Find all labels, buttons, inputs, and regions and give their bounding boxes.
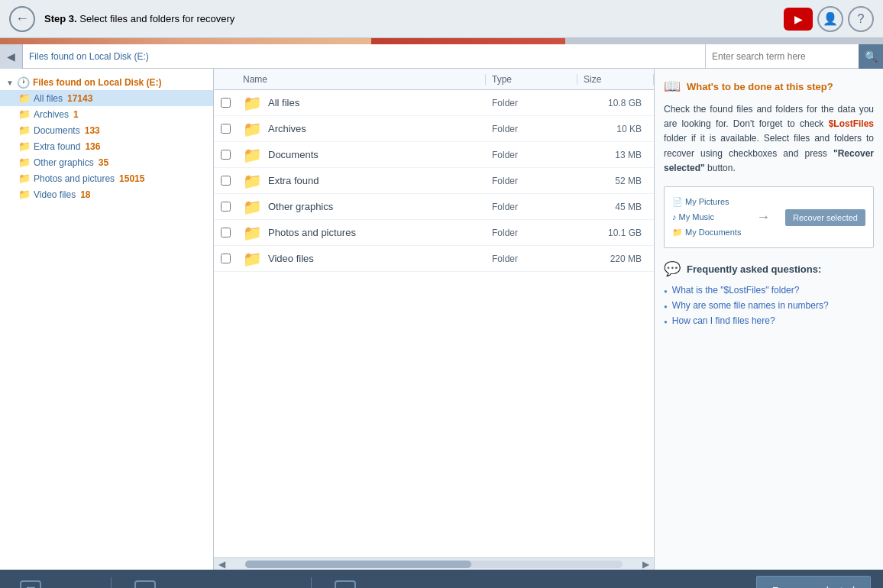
row-size-cell: 45 MB <box>577 202 654 212</box>
address-input[interactable] <box>23 44 706 68</box>
hscroll-row: ◀ ▶ <box>214 557 654 570</box>
row-checkbox-0[interactable] <box>221 98 231 108</box>
progress-seg-1 <box>0 38 176 44</box>
help-button[interactable]: ? <box>848 6 874 32</box>
hscroll-left[interactable]: ◀ <box>214 559 230 570</box>
faq-bullet: ● <box>664 318 668 325</box>
main-area: ▼ 🕐 Files found on Local Disk (E:) 📁 All… <box>0 69 883 570</box>
row-name-cell: 📁 All files <box>237 94 486 112</box>
faq-item-text: What is the "$LostFiles" folder? <box>672 285 800 296</box>
progress-seg-3 <box>371 38 565 44</box>
tree-item-other-graphics[interactable]: 📁 Other graphics 35 <box>0 154 213 170</box>
faq-item-1[interactable]: ● Why are some file names in numbers? <box>664 300 874 311</box>
disk-label[interactable]: Files found on Local Disk (E:) <box>33 77 162 88</box>
row-checkbox-cell <box>214 228 237 237</box>
select-all-icon: ☑ <box>20 580 41 588</box>
encoding-button[interactable]: Ab Change file names encoding <box>127 574 296 588</box>
tree-item-all-files[interactable]: 📁 All files 17143 <box>0 90 213 106</box>
row-type-cell: Folder <box>486 254 577 264</box>
folder-icon: 📁 <box>18 189 31 200</box>
tree-item-archives[interactable]: 📁 Archives 1 <box>0 106 213 122</box>
row-folder-icon: 📁 <box>243 120 262 138</box>
tree-item-label: Other graphics <box>34 157 94 168</box>
header-icons: 👤 ? <box>784 6 874 32</box>
row-checkbox-cell <box>214 202 237 212</box>
select-all-button[interactable]: ☑ Select all <box>12 574 95 588</box>
row-checkbox-5[interactable] <box>221 228 231 237</box>
row-type-cell: Folder <box>486 150 577 160</box>
faq-section: 💬 Frequently asked questions: ● What is … <box>664 260 874 326</box>
row-checkbox-6[interactable] <box>221 254 231 263</box>
exit-icon: ✕ <box>335 580 356 588</box>
help-highlight: $LostFiles <box>829 118 874 129</box>
faq-item-2[interactable]: ● How can I find files here? <box>664 315 874 326</box>
hscroll-right[interactable]: ▶ <box>638 559 654 570</box>
faq-item-0[interactable]: ● What is the "$LostFiles" folder? <box>664 285 874 296</box>
row-type-cell: Folder <box>486 124 577 134</box>
file-list-body: 📁 All files Folder 10.8 GB 📁 Archives Fo… <box>214 90 654 557</box>
row-name-cell: 📁 Extra found <box>237 172 486 190</box>
select-all-label: Select all <box>47 586 88 589</box>
row-size-cell: 10.8 GB <box>577 98 654 108</box>
row-checkbox-cell <box>214 150 237 160</box>
row-name: Video files <box>268 253 314 264</box>
folder-icon: 📁 <box>18 157 31 168</box>
help-title-text: What's to be done at this step? <box>687 81 833 92</box>
faq-bullet: ● <box>664 303 668 310</box>
row-type-cell: Folder <box>486 202 577 212</box>
tree-item-label: Documents <box>34 125 80 136</box>
profile-button[interactable]: 👤 <box>817 6 843 32</box>
row-checkbox-1[interactable] <box>221 124 231 134</box>
row-name-cell: 📁 Documents <box>237 146 486 164</box>
row-type-cell: Folder <box>486 98 577 108</box>
tree-item-video-files[interactable]: 📁 Video files 18 <box>0 186 213 202</box>
search-button[interactable]: 🔍 <box>859 44 883 69</box>
row-checkbox-2[interactable] <box>221 150 231 160</box>
tree-item-extra-found[interactable]: 📁 Extra found 136 <box>0 138 213 154</box>
row-folder-icon: 📁 <box>243 224 262 242</box>
back-button[interactable]: ← <box>9 6 35 32</box>
progress-seg-5 <box>697 38 883 44</box>
row-size-cell: 13 MB <box>577 150 654 160</box>
demo-recover-button[interactable]: Recover selected <box>785 209 865 226</box>
row-name: Other graphics <box>268 201 333 212</box>
header: ← Step 3. Select files and folders for r… <box>0 0 883 38</box>
tree-item-count: 15015 <box>119 173 144 184</box>
recover-selected-button[interactable]: Recover selected <box>756 576 871 588</box>
youtube-button[interactable] <box>784 8 813 31</box>
tree-item-label: Archives <box>34 109 69 120</box>
collapse-arrow[interactable]: ▼ <box>6 79 14 87</box>
tree-item-label: Extra found <box>34 141 80 152</box>
folder-icon: 📁 <box>18 173 31 184</box>
faq-item-text: Why are some file names in numbers? <box>672 300 829 311</box>
search-input[interactable] <box>706 44 859 68</box>
row-size-cell: 10 KB <box>577 124 654 134</box>
row-name-cell: 📁 Other graphics <box>237 198 486 216</box>
disk-icon: 🕐 <box>17 76 30 89</box>
exit-wizard-button[interactable]: ✕ Exit Wizard <box>327 574 420 588</box>
table-row: 📁 Video files Folder 220 MB <box>214 246 654 272</box>
table-row: 📁 All files Folder 10.8 GB <box>214 90 654 116</box>
tree-item-photos-and-pictures[interactable]: 📁 Photos and pictures 15015 <box>0 170 213 186</box>
row-name-cell: 📁 Video files <box>237 250 486 268</box>
demo-tree-item-3: 📁 My Documents <box>672 225 741 241</box>
hscroll-track[interactable] <box>245 561 623 568</box>
row-folder-icon: 📁 <box>243 172 262 190</box>
row-checkbox-4[interactable] <box>221 202 231 212</box>
folder-icon: 📁 <box>18 92 31 104</box>
left-panel-header: ▼ 🕐 Files found on Local Disk (E:) <box>0 73 213 90</box>
row-checkbox-3[interactable] <box>221 176 231 186</box>
tree-item-documents[interactable]: 📁 Documents 133 <box>0 122 213 138</box>
row-size-cell: 52 MB <box>577 176 654 186</box>
help-book-icon: 📖 <box>664 78 681 95</box>
bottom-bar: ☑ Select all Ab Change file names encodi… <box>0 570 883 588</box>
nav-back-button[interactable]: ◀ <box>0 44 23 69</box>
table-row: 📁 Other graphics Folder 45 MB <box>214 194 654 220</box>
tree-items: 📁 All files 17143 📁 Archives 1 📁 Documen… <box>0 90 213 202</box>
col-name: Name <box>237 74 486 85</box>
row-checkbox-cell <box>214 98 237 108</box>
row-checkbox-cell <box>214 176 237 186</box>
faq-icon: 💬 <box>664 260 681 277</box>
faq-items: ● What is the "$LostFiles" folder? ● Why… <box>664 285 874 326</box>
hscroll-thumb <box>245 561 471 568</box>
